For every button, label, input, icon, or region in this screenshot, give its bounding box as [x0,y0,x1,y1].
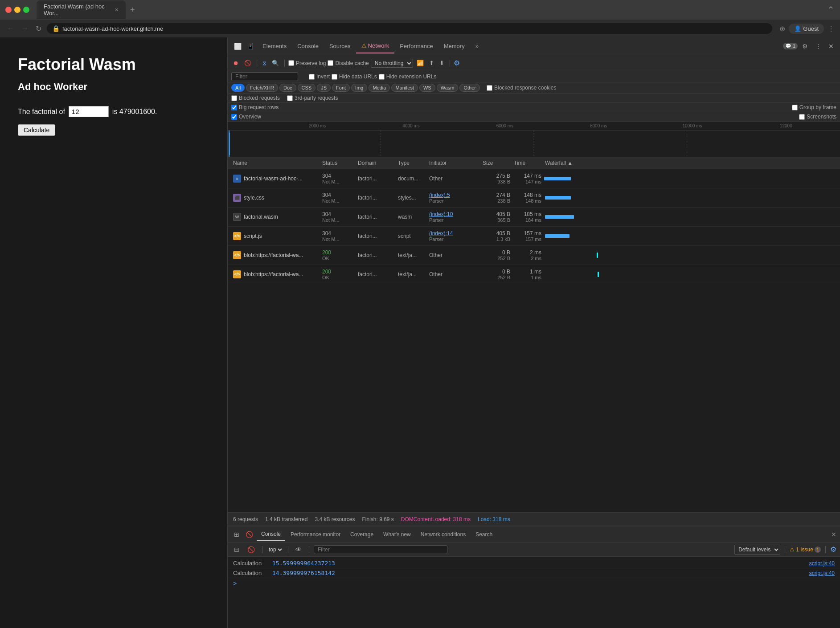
console-clear-icon[interactable]: 🚫 [243,529,256,540]
console-prompt[interactable]: > [228,578,840,589]
tab-close-icon[interactable]: ✕ [115,7,119,13]
clear-button[interactable]: 🚫 [242,59,253,67]
console-tab-network-conditions[interactable]: Network conditions [416,529,470,540]
hide-ext-urls-checkbox[interactable]: Hide extension URLs [379,73,437,80]
group-by-frame-checkbox[interactable]: Group by frame [792,104,836,110]
eye-icon[interactable]: 👁 [293,544,304,555]
devtools-inspect-icon[interactable]: ⬜ [231,41,244,52]
tab-network[interactable]: ⚠Network [356,39,395,53]
default-levels-select[interactable]: Default levels [734,545,780,555]
export-icon[interactable]: ⬇ [438,59,446,67]
third-party-checkbox[interactable]: 3rd-party requests [287,95,338,101]
console-settings-icon[interactable]: ⚙ [830,545,836,554]
new-tab-button[interactable]: + [127,4,138,16]
console-filter-input[interactable] [314,545,447,554]
disable-cache-checkbox[interactable]: Disable cache [328,60,369,66]
minimize-button[interactable] [14,7,20,13]
context-select[interactable]: top [267,546,283,553]
devtools-close-icon[interactable]: ✕ [826,41,836,52]
devtools-settings-icon[interactable]: ⚙ [799,41,811,52]
overview-checkbox[interactable]: Overview [231,114,261,120]
console-panel-icon[interactable]: ⊞ [231,529,242,540]
filter-tag-all[interactable]: All [231,84,245,92]
console-file-2[interactable]: script.js:40 [809,570,835,576]
col-time[interactable]: Time [512,159,543,167]
filter-tag-ws[interactable]: WS [419,84,435,92]
close-button[interactable] [5,7,12,13]
col-domain[interactable]: Domain [356,159,396,167]
tab-performance[interactable]: Performance [394,39,438,53]
more-menu-button[interactable]: ⋮ [828,24,835,33]
tab-more[interactable]: » [470,39,484,53]
tab-console[interactable]: Console [292,39,324,53]
hide-data-urls-checkbox[interactable]: Hide data URLs [332,73,377,80]
traffic-lights [5,7,29,13]
console-tab-console[interactable]: Console [257,528,285,541]
filter-tag-other[interactable]: Other [459,84,480,92]
col-size[interactable]: Size [481,159,512,167]
address-bar[interactable]: 🔒 factorial-wasm-ad-hoc-worker.glitch.me [47,23,772,34]
filter-tag-wasm[interactable]: Wasm [437,84,459,92]
tab-elements[interactable]: Elements [257,39,292,53]
tab-sources[interactable]: Sources [324,39,356,53]
col-status[interactable]: Status [320,159,356,167]
console-clear-btn[interactable]: 🚫 [245,544,258,555]
devtools-device-icon[interactable]: 📱 [244,41,257,52]
browser-tab[interactable]: Factorial Wasm (ad hoc Wor... ✕ [37,0,126,19]
console-tab-coverage[interactable]: Coverage [346,529,378,540]
filter-tag-js[interactable]: JS [317,84,331,92]
col-type[interactable]: Type [396,159,427,167]
factorial-input[interactable] [69,106,109,117]
cell-name-6: </> blob:https://factorial-wa... [231,269,320,279]
console-panel-close[interactable]: ✕ [831,531,836,538]
invert-checkbox[interactable]: Invert [309,73,330,80]
network-conditions-icon[interactable]: 📶 [415,59,426,67]
import-icon[interactable]: ⬆ [427,59,436,67]
table-row[interactable]: </> blob:https://factorial-wa... 200 OK … [228,265,840,284]
table-row[interactable]: W factorial.wasm 304 Not M... factori...… [228,208,840,227]
col-initiator[interactable]: Initiator [427,159,481,167]
timeline-graph[interactable] [228,130,840,157]
console-tab-perf-monitor[interactable]: Performance monitor [286,529,345,540]
table-row[interactable]: </> script.js 304 Not M... factori... sc… [228,227,840,246]
col-name[interactable]: Name [231,159,320,167]
preserve-log-checkbox[interactable]: Preserve log [288,60,326,66]
forward-button[interactable]: → [20,24,30,33]
search-icon[interactable]: 🔍 [270,59,281,67]
filter-input[interactable] [231,72,298,81]
maximize-button[interactable] [23,7,29,13]
filter-tag-img[interactable]: Img [351,84,367,92]
js-icon: </> [233,270,241,278]
calculate-button[interactable]: Calculate [18,124,55,136]
window-minimize-icon[interactable]: ⌃ [827,4,835,15]
filter-tag-fetch[interactable]: Fetch/XHR [246,84,278,92]
back-button[interactable]: ← [5,24,16,33]
col-waterfall[interactable]: Waterfall ▲ [543,159,836,167]
js-icon: </> [233,232,241,240]
devtools-more-icon[interactable]: ⋮ [812,41,824,52]
guest-button[interactable]: 👤 Guest [789,24,824,34]
filter-tag-doc[interactable]: Doc [279,84,296,92]
big-rows-checkbox[interactable]: Big request rows [231,104,279,110]
record-button[interactable]: ⏺ [231,59,241,67]
filter-tag-manifest[interactable]: Manifest [391,84,418,92]
table-row[interactable]: ⬛ style.css 304 Not M... factori... styl… [228,188,840,208]
console-tab-whats-new[interactable]: What's new [379,529,415,540]
filter-tag-css[interactable]: CSS [298,84,316,92]
blocked-cookies-checkbox[interactable]: Blocked response cookies [487,85,556,91]
table-row[interactable]: </> blob:https://factorial-wa... 200 OK … [228,246,840,265]
devtools-right-controls: 💬 1 ⚙ ⋮ ✕ [783,41,836,52]
console-sidebar-icon[interactable]: ⊟ [231,544,242,555]
reload-button[interactable]: ↻ [34,24,43,34]
network-settings-icon[interactable]: ⚙ [454,59,460,67]
tab-memory[interactable]: Memory [438,39,470,53]
blocked-requests-checkbox[interactable]: Blocked requests [231,95,280,101]
throttle-select[interactable]: No throttling Fast 3G Slow 3G Offline [371,59,413,68]
screenshots-checkbox[interactable]: Screenshots [799,114,836,120]
console-tab-search[interactable]: Search [471,529,497,540]
filter-tag-media[interactable]: Media [369,84,390,92]
filter-tag-font[interactable]: Font [332,84,350,92]
filter-icon[interactable]: ⧖ [261,59,268,68]
table-row[interactable]: ≡ factorial-wasm-ad-hoc-... 304 Not M...… [228,169,840,188]
console-file-1[interactable]: script.js:40 [809,560,835,567]
